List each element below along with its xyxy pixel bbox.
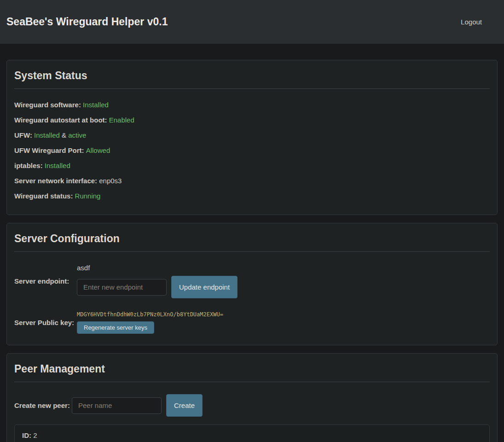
status-label: Wireguard autostart at boot: — [14, 116, 109, 124]
status-value: Running — [75, 192, 101, 200]
system-status-title: System Status — [14, 70, 490, 82]
divider — [14, 251, 490, 252]
status-value: Installed — [45, 162, 70, 169]
divider — [14, 382, 490, 382]
peer-field-label: ID: — [22, 431, 33, 439]
server-public-key-content: MDGY6HVDtfhnDdhW0zLb7PNz0LXnO/b8YtDUaM2E… — [77, 311, 223, 334]
status-line: UFW: Installed & active — [14, 131, 490, 139]
page-body: System Status Wireguard software: Instal… — [0, 44, 504, 442]
status-line: Wireguard status: Running — [14, 192, 490, 200]
peer-list: ID: 2Name: asdfPublic Key: ckyOHj5Bk8707… — [14, 425, 490, 442]
status-line: Wireguard software: Installed — [14, 101, 490, 109]
create-peer-input-row: Create — [72, 394, 203, 417]
status-value: Allowed — [86, 146, 110, 154]
status-line: UFW Wireguard Port: Allowed — [14, 146, 490, 154]
peer-item: ID: 2Name: asdfPublic Key: ckyOHj5Bk8707… — [14, 425, 490, 442]
status-value: & — [60, 131, 68, 139]
status-line: Wireguard autostart at boot: Enabled — [14, 116, 490, 124]
peer-name-input[interactable] — [72, 397, 162, 414]
status-line: Server network interface: enp0s3 — [14, 177, 490, 185]
status-value: enp0s3 — [99, 177, 122, 185]
peer-management-title: Peer Management — [14, 363, 490, 375]
server-endpoint-label: Server endpoint: — [14, 277, 77, 285]
peer-line: ID: 2 — [22, 431, 482, 439]
peer-management-card: Peer Management Create new peer: Create … — [6, 353, 498, 442]
create-peer-row: Create new peer: Create — [14, 394, 490, 417]
status-label: UFW Wireguard Port: — [14, 146, 86, 154]
server-public-key-row: Server Public key: MDGY6HVDtfhnDdhW0zLb7… — [14, 311, 490, 334]
peer-field-value: 2 — [33, 431, 37, 439]
system-status-list: Wireguard software: InstalledWireguard a… — [14, 101, 490, 200]
endpoint-input[interactable] — [77, 279, 167, 296]
server-public-key-value: MDGY6HVDtfhnDdhW0zLb7PNz0LXnO/b8YtDUaM2E… — [77, 311, 223, 318]
status-label: UFW: — [14, 131, 34, 139]
regenerate-server-keys-button[interactable]: Regenerate server keys — [77, 321, 154, 334]
status-value: Installed — [83, 101, 109, 109]
status-value: Enabled — [109, 116, 134, 124]
status-label: Wireguard software: — [14, 101, 83, 109]
system-status-card: System Status Wireguard software: Instal… — [6, 60, 498, 215]
update-endpoint-button[interactable]: Update endpoint — [171, 276, 238, 298]
server-endpoint-content: asdf Update endpoint — [77, 264, 238, 298]
server-configuration-title: Server Configuration — [14, 233, 490, 245]
logout-link[interactable]: Logout — [461, 18, 482, 26]
server-public-key-label: Server Public key: — [14, 319, 77, 326]
app-title: SeaBee's Wireguard Helper v0.1 — [6, 16, 168, 28]
server-endpoint-input-row: Update endpoint — [77, 276, 238, 298]
server-endpoint-row: Server endpoint: asdf Update endpoint — [14, 264, 490, 298]
status-label: Server network interface: — [14, 177, 99, 185]
server-endpoint-current-value: asdf — [77, 264, 238, 272]
divider — [14, 88, 490, 89]
status-label: Wireguard status: — [14, 192, 75, 200]
status-line: iptables: Installed — [14, 162, 490, 169]
status-value: active — [68, 131, 86, 139]
create-peer-label: Create new peer: — [14, 401, 72, 409]
status-label: iptables: — [14, 162, 45, 169]
status-value: Installed — [34, 131, 60, 139]
server-configuration-card: Server Configuration Server endpoint: as… — [6, 223, 498, 345]
top-navbar: SeaBee's Wireguard Helper v0.1 Logout — [0, 0, 504, 44]
create-peer-button[interactable]: Create — [166, 394, 203, 417]
